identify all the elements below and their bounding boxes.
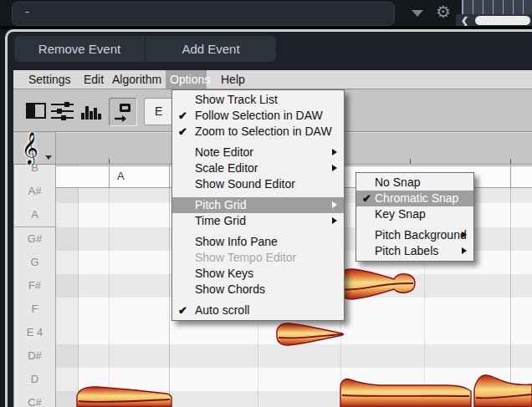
remove-event-button[interactable]: Remove Event xyxy=(14,36,146,62)
pitch-label-column: B A# A G# G F# F E 4 D# D C# xyxy=(13,165,56,407)
pitch-label[interactable]: F# xyxy=(14,274,56,298)
pitch-label[interactable]: A xyxy=(14,203,56,227)
menu-options[interactable]: Options xyxy=(170,70,210,89)
scrollbar-thumb[interactable] xyxy=(475,16,530,25)
menu-settings[interactable]: Settings xyxy=(28,70,71,89)
menu-item-follow-selection[interactable]: ✔Follow Selection in DAW xyxy=(172,108,344,124)
menu-item-show-keys[interactable]: Show Keys xyxy=(172,266,344,282)
ruler-tick xyxy=(410,159,411,164)
mini-piano-strip xyxy=(462,0,532,14)
note-blob[interactable] xyxy=(340,379,471,407)
pitch-label[interactable]: E 4 xyxy=(14,321,56,345)
pitch-label[interactable]: A# xyxy=(14,180,56,204)
pitch-label[interactable]: F xyxy=(14,298,56,322)
submenu-arrow-icon xyxy=(332,217,337,224)
menu-item-no-snap[interactable]: No Snap xyxy=(356,175,473,191)
menu-item-pitch-labels[interactable]: Pitch Labels xyxy=(356,243,473,259)
submenu-arrow-icon xyxy=(462,231,467,238)
menu-item-key-snap[interactable]: Key Snap xyxy=(356,206,473,222)
gear-icon[interactable]: ⚙ xyxy=(436,2,451,22)
menu-algorithm[interactable]: Algorithm xyxy=(112,70,161,89)
note-blob[interactable] xyxy=(339,269,415,299)
daw-title-text: - xyxy=(25,4,29,18)
pitch-label[interactable]: B xyxy=(14,165,56,181)
scroll-left-icon[interactable]: ❮ xyxy=(461,14,468,27)
menu-item-pitch-background[interactable]: Pitch Background xyxy=(356,227,473,243)
note-blob[interactable] xyxy=(474,375,532,407)
note-blob[interactable] xyxy=(277,323,344,345)
chevron-down-icon[interactable] xyxy=(412,10,423,17)
menu-item-show-tempo-editor: Show Tempo Editor xyxy=(172,250,344,266)
options-dropdown-menu: Show Track List ✔Follow Selection in DAW… xyxy=(171,89,345,321)
menu-item-pitch-grid[interactable]: Pitch Grid xyxy=(172,197,344,213)
mixer-icon[interactable] xyxy=(51,101,76,121)
menu-item-time-grid[interactable]: Time Grid xyxy=(172,213,344,229)
event-button-group: Remove Event Add Event xyxy=(14,36,276,62)
pitch-grid-submenu: No Snap ✔Chromatic Snap Key Snap Pitch B… xyxy=(356,172,474,262)
submenu-arrow-icon xyxy=(462,247,467,254)
menu-help[interactable]: Help xyxy=(221,70,245,89)
submenu-arrow-icon xyxy=(332,165,337,171)
ruler-tick xyxy=(510,159,511,164)
panel-toggle-icon-fill xyxy=(28,104,35,117)
menu-edit[interactable]: Edit xyxy=(84,70,104,89)
pitch-label[interactable]: C# xyxy=(14,391,56,407)
checkmark-icon: ✔ xyxy=(178,124,187,140)
menu-item-scale-editor[interactable]: Scale Editor xyxy=(172,160,344,176)
menu-item-note-editor[interactable]: Note Editor xyxy=(172,145,344,160)
screen: - ⚙ ❮ Remove Event Add Event Settings Ed… xyxy=(0,0,532,407)
daw-title-panel xyxy=(12,2,395,26)
note-blob[interactable] xyxy=(77,387,171,407)
submenu-arrow-icon xyxy=(332,149,337,155)
add-event-button[interactable]: Add Event xyxy=(146,36,276,62)
menu-item-auto-scroll[interactable]: ✔Auto scroll xyxy=(172,303,344,318)
snap-icon xyxy=(110,99,136,125)
clef-dropdown-icon[interactable] xyxy=(45,155,52,160)
menu-item-show-chords[interactable]: Show Chords xyxy=(172,282,344,298)
checkmark-icon: ✔ xyxy=(178,303,187,318)
submenu-arrow-icon xyxy=(332,201,337,208)
pitch-label[interactable]: D xyxy=(14,368,56,392)
menu-item-chromatic-snap[interactable]: ✔Chromatic Snap xyxy=(356,191,473,206)
treble-clef-icon: 𝄞 xyxy=(22,131,38,165)
menu-item-show-sound-editor[interactable]: Show Sound Editor xyxy=(172,176,344,192)
checkmark-icon: ✔ xyxy=(362,191,371,206)
menu-item-show-info-pane[interactable]: Show Info Pane xyxy=(172,234,344,250)
pitch-label[interactable]: D# xyxy=(14,344,56,369)
menu-item-zoom-selection[interactable]: ✔Zoom to Selection in DAW xyxy=(172,124,344,140)
menu-item-show-track-list[interactable]: Show Track List xyxy=(172,92,344,108)
snap-button[interactable] xyxy=(109,98,137,126)
histogram-icon[interactable] xyxy=(81,105,103,120)
pitch-label[interactable]: G xyxy=(14,251,56,275)
checkmark-icon: ✔ xyxy=(178,108,187,124)
pitch-label[interactable]: G# xyxy=(14,227,56,252)
ruler-tick xyxy=(109,159,110,164)
